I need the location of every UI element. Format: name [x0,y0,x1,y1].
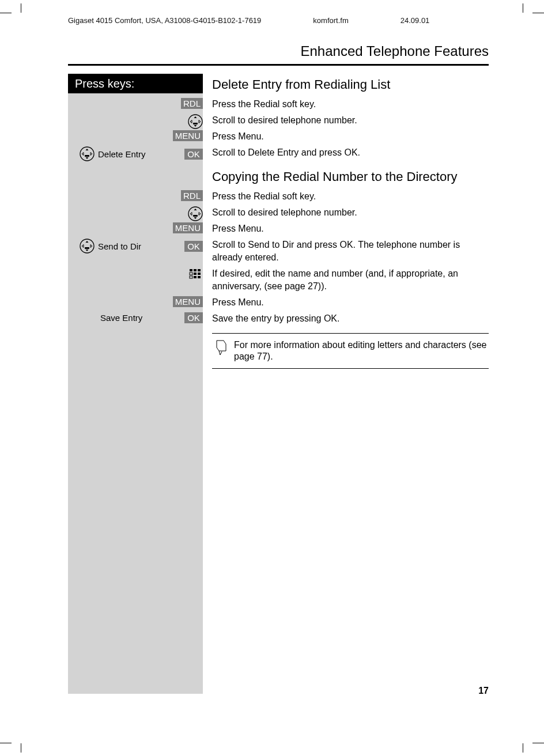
document-page: Gigaset 4015 Comfort, USA, A31008-G4015-… [0,0,544,756]
dpad-icon [80,239,95,254]
menu-item-send-to-dir: Send to Dir [98,241,181,251]
rdl-softkey: RDL [181,190,203,201]
rdl-softkey: RDL [181,98,203,109]
press-keys-column: Press keys: [68,74,203,694]
svg-rect-13 [198,273,201,275]
svg-rect-11 [190,273,192,275]
menu-item-save-entry: Save Entry [100,313,181,323]
info-note: For more information about editing lette… [212,333,489,369]
svg-rect-9 [194,269,197,271]
note-text: For more information about editing lette… [234,339,488,362]
menu-softkey: MENU [173,296,203,307]
instruction-text: Press the Redial soft key. [212,98,316,111]
meta-file: komfort.fm [313,16,348,25]
svg-rect-1 [193,123,198,124]
svg-rect-15 [194,276,197,278]
dpad-icon [80,146,95,161]
heading-copy-redial: Copying the Redial Number to the Directo… [212,169,489,184]
instruction-text: Scroll to desired telephone number. [212,114,357,127]
menu-item-delete-entry: Delete Entry [98,149,181,159]
page-number: 17 [478,686,489,696]
meta-product: Gigaset 4015 Comfort, USA, A31008-G4015-… [68,16,261,25]
instruction-text: If desired, edit the name and number (an… [212,267,489,293]
svg-rect-16 [198,276,201,278]
menu-softkey: MENU [173,222,203,233]
instruction-text: Press Menu. [212,222,264,235]
heading-delete-entry: Delete Entry from Redialing List [212,77,489,92]
svg-rect-8 [190,269,192,271]
svg-rect-7 [85,247,89,249]
ok-softkey: OK [184,241,203,252]
instruction-text: Press Menu. [212,130,264,143]
note-icon [214,339,228,356]
section-title: Enhanced Telephone Features [68,43,489,59]
instructions-column: Delete Entry from Redialing List RDL Pre… [212,74,489,694]
instruction-text: Scroll to Send to Dir and press OK. The … [212,239,489,264]
press-keys-header: Press keys: [68,74,203,93]
page-meta: Gigaset 4015 Comfort, USA, A31008-G4015-… [68,16,489,25]
svg-rect-12 [194,273,197,275]
menu-softkey: MENU [173,130,203,141]
svg-rect-3 [85,155,89,157]
section-rule [68,64,489,66]
dpad-icon [188,206,203,221]
svg-rect-14 [190,276,192,278]
dpad-icon [188,114,203,129]
svg-rect-10 [198,269,201,271]
instruction-text: Press the Redial soft key. [212,190,316,203]
ok-softkey: OK [184,149,203,160]
instruction-text: Scroll to desired telephone number. [212,206,357,219]
instruction-text: Press Menu. [212,296,264,309]
svg-rect-5 [193,215,198,217]
instruction-text: Scroll to Delete Entry and press OK. [212,146,360,159]
meta-date: 24.09.01 [401,16,430,25]
keypad-icon [188,267,203,282]
ok-softkey: OK [184,312,203,323]
instruction-text: Save the entry by pressing OK. [212,312,339,325]
